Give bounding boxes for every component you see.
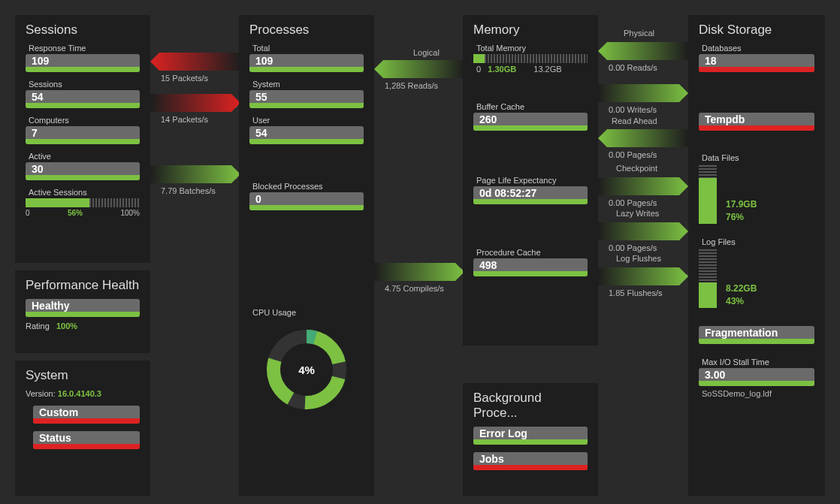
svg-marker-10 xyxy=(598,129,688,147)
fragmentation-button[interactable]: Fragmentation xyxy=(699,326,814,344)
system-panel: System Version: 16.0.4140.3 Custom Statu… xyxy=(15,361,150,496)
arrow-phys-writes: 0.00 Writes/s xyxy=(598,84,688,102)
response-time-metric[interactable]: Response Time 109ms xyxy=(26,44,140,72)
active-label: Active xyxy=(29,152,140,161)
active-metric[interactable]: Active 30 xyxy=(26,152,140,180)
computers-label: Computers xyxy=(29,116,140,125)
buffer-cache-metric[interactable]: Buffer Cache 260MB xyxy=(473,102,588,131)
memory-panel: Memory Total Memory 0 1.30GB 13.2GB Buff… xyxy=(463,15,598,346)
arrow-compiles: 4.75 Compiles/s xyxy=(374,263,464,281)
status-button[interactable]: Status xyxy=(33,431,140,449)
svg-marker-9 xyxy=(598,84,688,102)
health-status-bar[interactable]: Healthy xyxy=(26,299,140,317)
active-sessions-max: 100% xyxy=(120,209,140,217)
arrow-lazy-writes: 0.00 Pages/s xyxy=(598,222,688,240)
computers-metric[interactable]: Computers 7 xyxy=(26,116,140,144)
user-processes-metric[interactable]: User 54 xyxy=(249,116,364,144)
total-memory-metric[interactable]: Total Memory 0 1.30GB 13.2GB xyxy=(473,44,588,74)
data-files-block[interactable]: Data Files 17.9GB 76% xyxy=(699,153,814,224)
logical-label: Logical xyxy=(413,48,440,57)
disk-title: Disk Storage xyxy=(699,23,814,38)
custom-button[interactable]: Custom xyxy=(33,406,140,424)
physical-label: Physical xyxy=(624,29,654,38)
arrow-logical-reads: 1,285 Reads/s xyxy=(374,60,464,78)
health-status-value: Healthy xyxy=(26,299,70,312)
arrow-phys-reads: 0.00 Reads/s xyxy=(598,42,688,60)
svg-marker-2 xyxy=(150,165,240,183)
background-title: Background Proce... xyxy=(473,391,588,421)
processes-title: Processes xyxy=(249,23,364,38)
version-row: Version: 16.0.4140.3 xyxy=(26,389,140,398)
jobs-button[interactable]: Jobs xyxy=(473,452,588,470)
cpu-donut[interactable]: 4% xyxy=(261,324,352,415)
perf-health-panel: Performance Health Healthy Rating 100% xyxy=(15,270,150,353)
active-value: 30 xyxy=(26,162,44,176)
active-sessions-gauge[interactable]: Active Sessions 0 56% 100% xyxy=(26,188,140,217)
arrow-read-ahead: 0.00 Pages/s xyxy=(598,129,688,147)
arrow-packets-2: 14 Packets/s xyxy=(150,94,240,112)
sessions-panel: Sessions Response Time 109ms Sessions 54… xyxy=(15,15,150,263)
arrow-batches: 7.79 Batches/s xyxy=(150,165,240,183)
memory-title: Memory xyxy=(473,23,588,38)
disk-panel: Disk Storage Databases 18 Tempdb Data Fi… xyxy=(688,15,825,496)
sessions-count-label: Sessions xyxy=(29,80,140,89)
arrow-packets-1: 15 Packets/s xyxy=(150,53,240,71)
background-panel: Background Proce... Error Log Jobs xyxy=(463,383,598,496)
sessions-title: Sessions xyxy=(26,23,140,38)
svg-marker-1 xyxy=(150,94,240,112)
response-time-label: Response Time xyxy=(29,44,140,53)
log-files-block[interactable]: Log Files 8.22GB 43% xyxy=(699,237,814,308)
response-time-value: 109 xyxy=(26,54,49,68)
processes-panel: Processes Total 109 System 55 User 54 Bl… xyxy=(239,15,374,496)
read-ahead-label: Read Ahead xyxy=(612,116,657,125)
version-value: 16.0.4140.3 xyxy=(58,389,101,398)
system-title: System xyxy=(26,368,140,383)
rating-value: 100% xyxy=(56,321,77,330)
proc-cache-metric[interactable]: Procedure Cache 498MB xyxy=(473,248,588,276)
arrow-checkpoint: 0.00 Pages/s xyxy=(598,177,688,195)
active-sessions-label: Active Sessions xyxy=(29,188,140,197)
databases-metric[interactable]: Databases 18 xyxy=(699,44,814,72)
svg-marker-12 xyxy=(598,222,688,240)
total-processes-metric[interactable]: Total 109 xyxy=(249,44,364,72)
checkpoint-label: Checkpoint xyxy=(616,164,657,173)
arrow-log-flushes: 1.85 Flushes/s xyxy=(598,267,688,285)
system-processes-metric[interactable]: System 55 xyxy=(249,80,364,108)
io-stall-file: SoSSDemo_log.ldf xyxy=(702,389,814,398)
cpu-usage-label: CPU Usage xyxy=(252,308,364,317)
svg-marker-7 xyxy=(374,263,464,281)
perf-health-title: Performance Health xyxy=(26,278,140,293)
io-stall-metric[interactable]: Max I/O Stall Time 3.00ms/IO SoSSDemo_lo… xyxy=(699,358,814,398)
cpu-value: 4% xyxy=(261,324,352,415)
svg-marker-8 xyxy=(598,42,688,60)
active-sessions-pct: 56% xyxy=(68,209,83,217)
ple-metric[interactable]: Page Life Expectancy 0d 08:52:27 xyxy=(473,176,588,204)
svg-marker-6 xyxy=(374,60,464,78)
sessions-count-value: 54 xyxy=(26,90,44,104)
sessions-metric[interactable]: Sessions 54 xyxy=(26,80,140,108)
computers-value: 7 xyxy=(26,126,38,140)
rating-row: Rating 100% xyxy=(26,321,140,330)
active-sessions-min: 0 xyxy=(26,209,30,217)
tempdb-button[interactable]: Tempdb xyxy=(699,113,814,131)
log-flushes-label: Log Flushes xyxy=(616,254,661,263)
svg-marker-11 xyxy=(598,177,688,195)
lazy-writes-label: Lazy Writes xyxy=(616,209,659,218)
blocked-processes-metric[interactable]: Blocked Processes 0 xyxy=(249,182,364,210)
svg-marker-0 xyxy=(150,53,240,71)
svg-marker-13 xyxy=(598,267,688,285)
error-log-button[interactable]: Error Log xyxy=(473,427,588,445)
